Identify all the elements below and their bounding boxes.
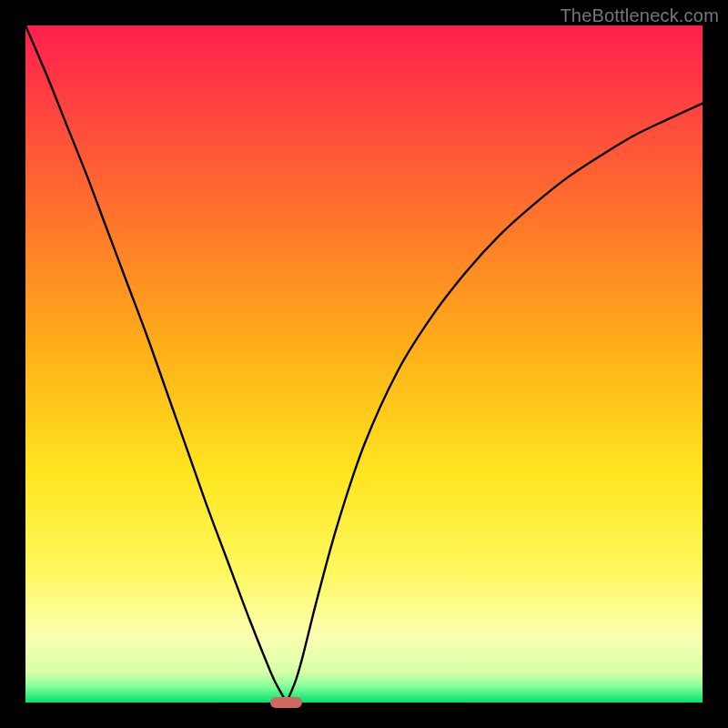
chart-frame xyxy=(25,25,703,703)
watermark-text: TheBottleneck.com xyxy=(560,5,719,26)
bottleneck-curve xyxy=(25,25,703,703)
minimum-marker xyxy=(270,697,301,708)
curve-layer xyxy=(25,25,703,703)
